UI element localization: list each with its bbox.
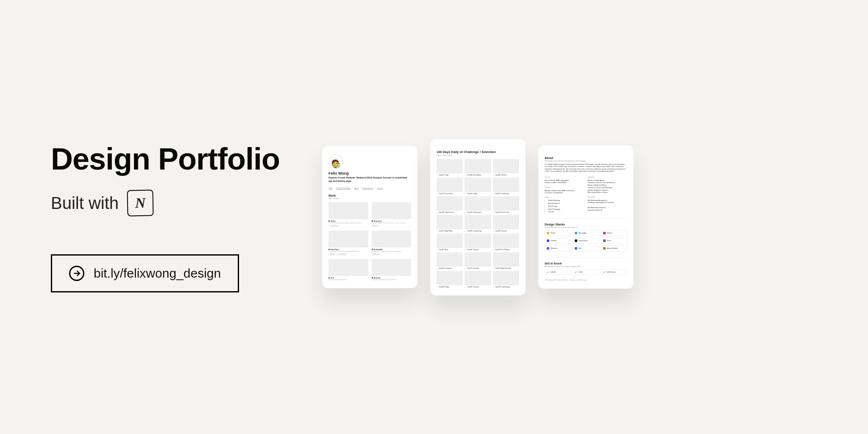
contact-chip[interactable]: Indie Hackers: [601, 269, 627, 275]
profile-name: Felix Wong: [328, 171, 411, 175]
work-thumb: [328, 231, 368, 248]
dailyui-item[interactable]: Day 025 / Streaming So…: [465, 196, 491, 213]
stack-icon: [547, 232, 549, 234]
work-item[interactable]: Pied Piper Collaborative Customer Loyalt…: [328, 231, 368, 256]
profile-nav: Work / Daily UI Challenge / About / Desi…: [328, 187, 411, 189]
dailyui-title: 100 Days Daily UI Challenge / Selection: [437, 150, 519, 154]
dailyui-thumb: [493, 271, 519, 285]
stack-chip[interactable]: Squarespace: [573, 238, 599, 244]
stack-icon: [603, 239, 606, 242]
touch-grid: LinkedInTwitterIndie Hackers: [545, 269, 627, 275]
dailyui-thumb: [465, 196, 491, 211]
dailyui-item[interactable]: Day 095 / Checkout: [465, 271, 491, 288]
dailyui-thumb: [465, 178, 491, 192]
dailyui-range: 9 May – 16 Sep 2019: [437, 155, 519, 156]
contact-chip[interactable]: LinkedIn: [545, 269, 571, 275]
stack-chip[interactable]: Wire: [573, 245, 599, 251]
dailyui-item[interactable]: Day 006 / Social Media: [465, 159, 491, 176]
work-item[interactable]: StableDAO Solutions that support you any…: [372, 231, 412, 256]
avatar: 🧑‍🎨: [328, 154, 343, 169]
dailyui-thumb: [493, 178, 519, 192]
dailyui-thumb: [465, 271, 491, 285]
work-item[interactable]: Zlides Create your perfect presentation …: [328, 202, 368, 227]
nav-link[interactable]: Work: [328, 187, 332, 189]
dailyui-thumb: [437, 178, 463, 192]
hero-title: Design Portfolio: [51, 142, 314, 176]
dailyui-item[interactable]: Day 071 / Schedule: [465, 252, 491, 269]
preview-panel-profile: 🧑‍🎨 Felix Wong Daytime Growth Marketer. …: [322, 146, 417, 288]
dailyui-grid: Day 001 / Login Day 006 / Social Media D…: [437, 159, 519, 288]
work-thumb: [372, 202, 412, 219]
dailyui-item[interactable]: Day 001 / Login: [437, 159, 463, 176]
dailyui-thumb: [493, 252, 519, 267]
work-item[interactable]: Entrada Customer Onboarding. Faster. Bet…: [372, 259, 412, 281]
dailyui-item[interactable]: Day 084 / Badge: [437, 271, 463, 288]
work-thumb: [372, 231, 412, 248]
nav-link[interactable]: Daily UI Challenge: [336, 187, 350, 189]
stack-icon: [547, 239, 549, 242]
about-subtitle: Felix Wong / Growth Marketer, Entreprene…: [545, 160, 627, 162]
dailyui-item[interactable]: Day 050 / Job Board: [437, 252, 463, 269]
dailyui-item[interactable]: Day 008 / 404 Error: [493, 159, 519, 176]
dailyui-thumb: [437, 196, 463, 211]
dailyui-item[interactable]: Day 100 / Landing Page…: [493, 271, 519, 288]
dailyui-thumb: [465, 234, 491, 248]
nav-link[interactable]: Contact: [377, 187, 383, 189]
stacks-subtitle: Fluent in over 30 tools, some of which I…: [545, 227, 627, 228]
stack-icon: [547, 247, 549, 250]
dailyui-item[interactable]: Day 028 / Get In Touch: [493, 196, 519, 213]
work-heading: Work: [328, 194, 411, 197]
notion-icon: N: [127, 189, 154, 216]
stack-chip[interactable]: Artboard Studio: [601, 245, 627, 251]
dailyui-thumb: [493, 234, 519, 248]
nav-link[interactable]: About: [354, 187, 359, 189]
stack-chip[interactable]: InVision: [601, 230, 627, 236]
work-thumb: [328, 202, 368, 219]
dailyui-item[interactable]: Day 074 / Apps Download: [493, 252, 519, 269]
dailyui-item[interactable]: Day 020 / Splash Screen: [437, 196, 463, 213]
portfolio-link-button[interactable]: bit.ly/felixwong_design: [51, 254, 239, 292]
stack-chip[interactable]: Whimsical: [545, 245, 571, 251]
about-heading: About: [545, 156, 627, 159]
dailyui-thumb: [493, 196, 519, 211]
stack-chip[interactable]: Sketch: [545, 230, 571, 236]
dailyui-item[interactable]: Day 036 / Discount: [493, 215, 519, 232]
preview-panel-about: About Felix Wong / Growth Marketer, Entr…: [538, 145, 634, 289]
work-grid: Zlides Create your perfect presentation …: [328, 202, 411, 281]
dailyui-item[interactable]: Day 015 / Toggle: [465, 178, 491, 195]
stack-chip[interactable]: Marvel App: [573, 230, 599, 236]
touch-subtitle: Any questions or ideas? Let's jump on a …: [545, 266, 627, 267]
contact-chip[interactable]: Twitter: [573, 269, 599, 275]
portfolio-link-text: bit.ly/felixwong_design: [94, 266, 221, 281]
dailyui-item[interactable]: Day 019 / Leaderboard: [493, 178, 519, 195]
stack-icon: [603, 247, 606, 250]
dailyui-thumb: [437, 159, 463, 173]
dailyui-item[interactable]: Day 38 / Quote: [437, 234, 463, 250]
footer-text: ©Felix Wong 2020 · Built with Notion · I…: [545, 279, 627, 281]
stack-chip[interactable]: Overflow: [545, 238, 571, 244]
dailyui-thumb: [465, 159, 491, 173]
nav-link[interactable]: Design Stacks: [362, 187, 373, 189]
arrow-right-icon: [69, 266, 84, 281]
stack-chip[interactable]: Carrd: [601, 238, 627, 244]
dailyui-item[interactable]: Day 048 / Push Notifica…: [493, 234, 519, 250]
built-with-text: Built with: [51, 194, 119, 213]
stack-icon: [575, 247, 577, 250]
preview-panel-dailyui: 100 Days Daily UI Challenge / Selection …: [430, 139, 526, 295]
dailyui-item[interactable]: Day 032 / Landing Page: [465, 215, 491, 232]
stacks-heading: Design Stacks: [545, 223, 627, 226]
work-item[interactable]: Zed Safe and comfortable travel: [328, 259, 368, 281]
profile-tagline: Daytime Growth Marketer. Weekend UI/UX D…: [328, 176, 411, 183]
dailyui-item[interactable]: Day 045 / Statistics: [465, 234, 491, 250]
stack-icon: [575, 232, 577, 234]
dailyui-thumb: [493, 159, 519, 173]
dailyui-item[interactable]: Day 012 / E-commerce: [437, 178, 463, 195]
dailyui-thumb: [493, 215, 519, 229]
work-thumb: [328, 259, 368, 276]
stacks-grid: Sketch Marvel App InVision Overflow Squa…: [545, 230, 627, 251]
dailyui-thumb: [437, 234, 463, 248]
dailyui-thumb: [465, 215, 491, 229]
work-item[interactable]: Emporeta Connect. Match. Play. Save & le…: [372, 202, 412, 227]
dailyui-item[interactable]: Day 029 / Apple Watch: [437, 215, 463, 232]
work-range: 2018 – Present: [328, 198, 411, 200]
